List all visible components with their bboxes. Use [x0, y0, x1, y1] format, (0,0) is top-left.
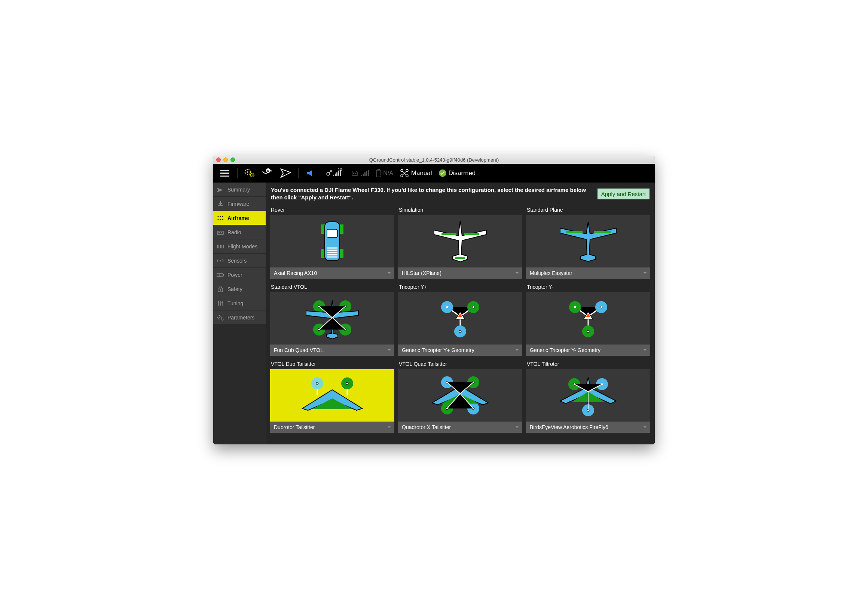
- airframe-title: Standard VTOL: [270, 282, 394, 292]
- svg-point-69: [346, 382, 348, 385]
- airframe-dropdown[interactable]: BirdsEyeView Aerobotics FireFly6: [526, 421, 650, 433]
- airframe-card[interactable]: BirdsEyeView Aerobotics FireFly6: [526, 369, 650, 433]
- sidebar-item-parameters[interactable]: Parameters: [213, 311, 266, 325]
- main-toolbar: B 10 N/A Manual Disarm: [213, 164, 655, 183]
- svg-point-24: [221, 232, 222, 233]
- window-title: QGroundControl stable_1.0.4-5243-g9ff40d…: [213, 157, 655, 163]
- airframe-dropdown[interactable]: Axial Racing AX10: [270, 267, 394, 279]
- airframe-card[interactable]: Generic Tricopter Y+ Geometry: [398, 292, 522, 356]
- airframe-icon: [270, 292, 394, 344]
- tuning-icon: [216, 299, 224, 308]
- svg-point-8: [353, 173, 354, 174]
- signal-bars-icon: [361, 170, 369, 176]
- sidebar-item-label: Power: [227, 272, 242, 278]
- svg-point-65: [587, 330, 589, 333]
- svg-point-55: [446, 306, 448, 308]
- fly-button[interactable]: [278, 165, 294, 181]
- plan-button[interactable]: B: [260, 165, 276, 181]
- airframe-dropdown[interactable]: HILStar (XPlane): [398, 267, 522, 279]
- svg-point-59: [459, 330, 461, 333]
- airframe-card[interactable]: Fun Cub Quad VTOL.: [270, 292, 394, 356]
- airframe-icon: [270, 369, 394, 421]
- separator: [237, 168, 238, 179]
- sidebar-item-power[interactable]: Power: [213, 268, 266, 282]
- svg-point-33: [219, 317, 220, 318]
- menu-button[interactable]: [217, 165, 233, 181]
- airframe-cell-standard-plane: Standard PlaneMultiplex Easystar: [526, 205, 650, 279]
- sidebar-item-label: Tuning: [227, 300, 243, 306]
- svg-rect-45: [594, 231, 610, 233]
- svg-rect-11: [377, 169, 380, 170]
- svg-rect-7: [352, 172, 357, 176]
- close-icon[interactable]: [216, 158, 221, 162]
- satellite-count: 10: [338, 168, 342, 172]
- maximize-icon[interactable]: [230, 158, 235, 162]
- sidebar-item-flight-modes[interactable]: Flight Modes: [213, 239, 266, 254]
- svg-point-34: [221, 318, 223, 320]
- svg-point-6: [327, 173, 330, 176]
- sidebar-item-radio[interactable]: Radio: [213, 225, 266, 239]
- svg-point-63: [600, 306, 602, 308]
- airframe-dropdown[interactable]: Multiplex Easystar: [526, 267, 650, 279]
- svg-point-3: [252, 175, 253, 176]
- setup-sidebar: SummaryFirmwareAirframeRadioFlight Modes…: [213, 183, 266, 444]
- sidebar-item-label: Firmware: [227, 201, 249, 207]
- airframe-cell-simulation: SimulationHILStar (XPlane): [398, 205, 522, 279]
- svg-rect-27: [223, 274, 224, 276]
- airframe-card[interactable]: Generic Tricopter Y- Geometry: [526, 292, 650, 356]
- setup-button[interactable]: [242, 165, 258, 181]
- airframe-icon: [398, 215, 522, 267]
- download-icon: [216, 200, 224, 208]
- flight-mode[interactable]: Manual: [400, 169, 432, 177]
- sidebar-item-tuning[interactable]: Tuning: [213, 296, 266, 311]
- arm-status[interactable]: Disarmed: [439, 170, 476, 177]
- airframe-card[interactable]: Quadrotor X Tailsitter: [398, 369, 522, 433]
- svg-point-18: [222, 216, 223, 217]
- sidebar-item-label: Summary: [227, 187, 250, 192]
- airframe-dropdown[interactable]: Generic Tricopter Y- Geometry: [526, 344, 650, 356]
- apply-restart-button[interactable]: Apply and Restart: [597, 188, 650, 199]
- airframe-icon: [270, 215, 394, 267]
- sidebar-item-airframe[interactable]: Airframe: [213, 211, 266, 225]
- airframe-title: Standard Plane: [526, 205, 650, 215]
- svg-point-25: [220, 260, 221, 262]
- arm-text: Disarmed: [448, 170, 476, 177]
- airframe-dropdown[interactable]: Fun Cub Quad VTOL.: [270, 344, 394, 356]
- info-text: You've connected a DJI Flame Wheel F330.…: [271, 186, 592, 202]
- airframe-card[interactable]: Duorotor Tailsitter: [270, 369, 394, 433]
- airframe-dropdown[interactable]: Generic Tricopter Y+ Geometry: [398, 344, 522, 356]
- minimize-icon[interactable]: [223, 158, 228, 162]
- battery-text: N/A: [383, 170, 393, 177]
- svg-rect-43: [455, 257, 465, 259]
- announce-icon[interactable]: [303, 165, 319, 181]
- sidebar-item-label: Flight Modes: [227, 244, 258, 250]
- power-icon: [216, 271, 224, 279]
- airframe-icon: [526, 215, 650, 267]
- airframe-dropdown[interactable]: Quadrotor X Tailsitter: [398, 421, 522, 433]
- sidebar-item-firmware[interactable]: Firmware: [213, 197, 266, 211]
- svg-point-16: [218, 216, 219, 217]
- svg-point-21: [222, 219, 223, 220]
- airframe-title: Simulation: [398, 205, 522, 215]
- sidebar-item-summary[interactable]: Summary: [213, 183, 266, 197]
- svg-rect-42: [464, 233, 479, 235]
- airframe-title: VTOL Duo Tailsitter: [270, 359, 394, 369]
- airframe-icon: [526, 292, 650, 344]
- airframe-card[interactable]: Multiplex Easystar: [526, 215, 650, 279]
- svg-point-29: [218, 302, 219, 303]
- modes-icon: [216, 242, 224, 251]
- airframe-dropdown[interactable]: Duorotor Tailsitter: [270, 421, 394, 433]
- sidebar-item-sensors[interactable]: Sensors: [213, 254, 266, 268]
- airframe-card[interactable]: Axial Racing AX10: [270, 215, 394, 279]
- sidebar-item-label: Sensors: [227, 258, 247, 264]
- battery-status[interactable]: N/A: [376, 169, 393, 177]
- flight-mode-text: Manual: [411, 170, 432, 177]
- gps-status[interactable]: 10: [326, 170, 345, 177]
- airframe-title: Tricopter Y-: [526, 282, 650, 292]
- sidebar-item-safety[interactable]: Safety: [213, 282, 266, 296]
- sidebar-item-label: Radio: [227, 229, 241, 235]
- svg-point-17: [220, 216, 221, 217]
- svg-point-19: [218, 219, 219, 220]
- rc-status[interactable]: [352, 170, 369, 176]
- airframe-card[interactable]: HILStar (XPlane): [398, 215, 522, 279]
